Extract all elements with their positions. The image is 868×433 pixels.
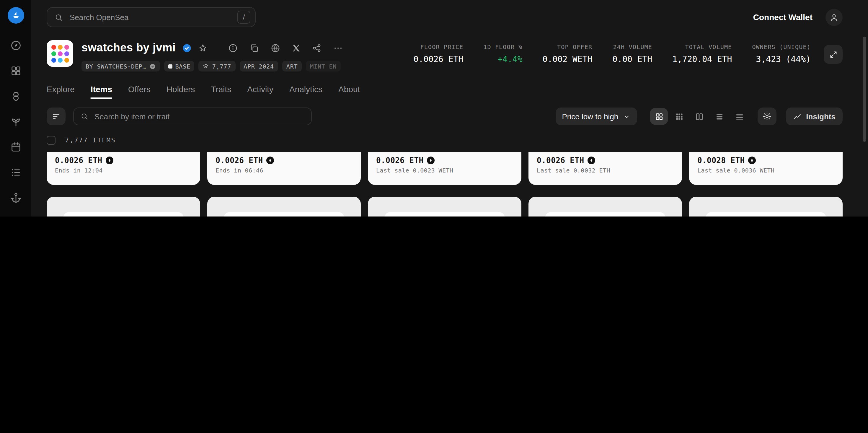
view-grid-large-button[interactable] <box>670 108 688 125</box>
mint-icon[interactable] <box>5 113 26 131</box>
verified-badge-icon <box>182 43 192 53</box>
view-columns-button[interactable] <box>690 108 708 125</box>
tab-traits[interactable]: Traits <box>211 81 231 97</box>
view-rows-button[interactable] <box>710 108 728 125</box>
global-search[interactable]: / <box>46 7 256 27</box>
share-icon[interactable] <box>311 43 321 53</box>
more-ellipsis-icon[interactable] <box>333 43 343 53</box>
items-count-label: 7,777 ITEMS <box>65 136 116 144</box>
view-rows-dense-button[interactable] <box>731 108 748 125</box>
anchor-icon[interactable] <box>5 189 26 207</box>
watchlist-star-icon[interactable] <box>197 43 208 53</box>
item-search[interactable] <box>73 108 312 125</box>
list-icon[interactable] <box>5 164 26 181</box>
compass-icon[interactable] <box>5 37 26 54</box>
nft-artwork <box>528 197 682 216</box>
card-grid-partial-row: 0.0026 ETH Ends in 12:04 0.0026 ETH Ends… <box>46 152 843 185</box>
supply-chip: 7,777 <box>199 61 235 71</box>
account-avatar-button[interactable] <box>826 8 843 26</box>
sort-dropdown[interactable]: Price low to high <box>556 108 638 125</box>
opensea-logo-icon[interactable] <box>7 7 24 24</box>
nft-artwork <box>368 197 521 216</box>
filter-button[interactable] <box>46 108 66 125</box>
nft-card[interactable]: #1200 ◆#5,411 <box>368 197 521 216</box>
studio-pen-icon[interactable] <box>5 214 26 216</box>
select-all-checkbox[interactable] <box>46 136 56 144</box>
nft-artwork <box>689 197 843 216</box>
collection-title: swatches by jvmi <box>82 41 176 54</box>
grid-icon[interactable] <box>5 62 26 80</box>
tab-analytics[interactable]: Analytics <box>289 81 322 97</box>
nft-card-partial[interactable]: 0.0026 ETH Last sale 0.0032 ETH <box>528 152 682 185</box>
nft-artwork <box>207 197 361 216</box>
calendar-icon[interactable] <box>5 138 26 156</box>
tab-activity[interactable]: Activity <box>247 81 273 97</box>
items-count-bar: 7,777 ITEMS <box>46 135 843 145</box>
expand-icon[interactable] <box>824 45 843 64</box>
search-icon <box>54 13 63 22</box>
chart-line-icon <box>793 112 802 121</box>
collection-avatar <box>46 40 73 67</box>
nft-card[interactable]: #3899 ◆#2,295 <box>207 197 361 216</box>
nft-card-partial[interactable]: 0.0026 ETH Ends in 06:46 <box>207 152 361 185</box>
opensea-app: / Connect Wallet swatches by jvmi <box>0 0 868 216</box>
card-grid: #4480 ◆#6,732 #3899 ◆#2,295 #1200 ◆#5,41… <box>46 197 843 216</box>
base-chain-icon <box>168 64 172 68</box>
grid-settings-gear-icon[interactable] <box>757 108 776 125</box>
stat-1d-floor: 1D FLOOR % +4.4% <box>483 44 522 64</box>
category-chip: ART <box>282 61 302 71</box>
website-globe-icon[interactable] <box>270 43 280 53</box>
items-toolbar: Price low to high Insights <box>46 108 843 125</box>
search-input[interactable] <box>68 12 232 22</box>
stat-owners: OWNERS (UNIQUE) 3,423 (44%) <box>752 44 811 64</box>
nft-card-partial[interactable]: 0.0026 ETH Ends in 12:04 <box>46 152 200 185</box>
connect-wallet-button[interactable]: Connect Wallet <box>753 12 812 22</box>
stat-total-volume: TOTAL VOLUME 1,720.04 ETH <box>672 44 732 64</box>
x-twitter-icon[interactable] <box>291 44 300 52</box>
tab-about[interactable]: About <box>338 81 360 97</box>
search-icon <box>80 112 89 120</box>
insights-button[interactable]: Insights <box>786 108 843 125</box>
info-icon[interactable] <box>228 43 238 53</box>
chevron-down-icon <box>623 113 631 120</box>
top-bar: / Connect Wallet <box>46 0 843 34</box>
collection-tabs: Explore Items Offers Holders Traits Acti… <box>46 80 843 98</box>
view-grid-small-button[interactable] <box>650 108 668 125</box>
stat-top-offer: TOP OFFER 0.002 WETH <box>542 44 593 64</box>
view-switcher <box>650 108 748 125</box>
tab-offers[interactable]: Offers <box>128 81 151 97</box>
nft-card[interactable]: #3940 ◆#6,671 <box>528 197 682 216</box>
eth-chain-icon <box>427 156 435 164</box>
eth-chain-icon <box>588 156 595 164</box>
slash-shortcut-key: / <box>237 11 250 24</box>
left-rail <box>0 0 31 216</box>
nft-card[interactable]: #4480 ◆#6,732 <box>46 197 200 216</box>
stat-24h-volume: 24H VOLUME 0.00 ETH <box>612 44 652 64</box>
tokens-icon[interactable] <box>5 87 26 105</box>
item-search-input[interactable] <box>93 111 305 121</box>
copy-icon[interactable] <box>249 43 259 53</box>
stat-floor-price: FLOOR PRICE 0.0026 ETH <box>414 44 464 64</box>
nft-card-partial[interactable]: 0.0028 ETH Last sale 0.0036 WETH <box>689 152 843 185</box>
date-chip: APR 2024 <box>240 61 278 71</box>
tab-items[interactable]: Items <box>91 81 112 97</box>
chain-chip[interactable]: BASE <box>164 61 194 71</box>
collection-header: swatches by jvmi BY SWATCHES-DEP… BASE <box>46 40 843 71</box>
mint-chip: MINT EN <box>306 61 341 71</box>
tab-holders[interactable]: Holders <box>166 81 195 97</box>
eth-chain-icon <box>267 156 274 164</box>
tab-explore[interactable]: Explore <box>46 81 75 97</box>
eth-chain-icon <box>748 156 756 164</box>
collection-stats: FLOOR PRICE 0.0026 ETH 1D FLOOR % +4.4% … <box>414 40 811 64</box>
eth-chain-icon <box>106 156 114 164</box>
creator-chip[interactable]: BY SWATCHES-DEP… <box>82 61 160 71</box>
nft-card-partial[interactable]: 0.0026 ETH Last sale 0.0023 WETH <box>368 152 521 185</box>
nft-card[interactable]: #0729 ◆#4,468 <box>689 197 843 216</box>
nft-artwork <box>46 197 200 216</box>
main-area: / Connect Wallet swatches by jvmi <box>31 0 868 216</box>
scrollbar-thumb[interactable] <box>863 37 866 142</box>
